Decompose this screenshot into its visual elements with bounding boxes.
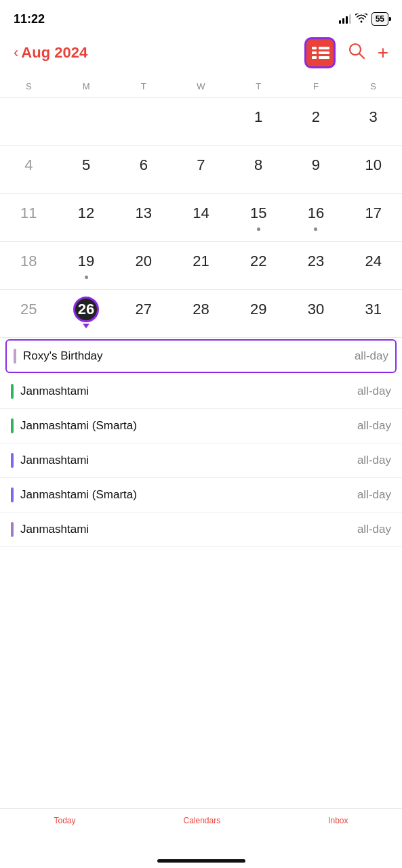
- svg-rect-4: [312, 56, 317, 59]
- cal-day-5[interactable]: 5: [58, 150, 115, 190]
- cal-day-empty[interactable]: [58, 102, 115, 142]
- event-time: all-day: [357, 419, 391, 433]
- cal-day-28[interactable]: 28: [172, 294, 230, 334]
- event-item-janmashtami-1[interactable]: Janmashtami all-day: [0, 374, 402, 409]
- event-item-janmashtami-3[interactable]: Janmashtami all-day: [0, 513, 402, 547]
- event-item-janmashtami-smarta-2[interactable]: Janmashtami (Smarta) all-day: [0, 478, 402, 513]
- cal-day-19[interactable]: 19: [58, 246, 115, 286]
- cal-day-6[interactable]: 6: [115, 150, 172, 190]
- dow-friday: F: [287, 79, 345, 94]
- cal-day-8[interactable]: 8: [230, 150, 287, 190]
- calendar-week-5: 25 26 27 28 29 30 31: [0, 290, 402, 338]
- dow-sunday: S: [0, 79, 58, 94]
- cal-day-21[interactable]: 21: [172, 246, 230, 286]
- status-icons: 55: [339, 12, 388, 26]
- cal-day-empty[interactable]: [0, 102, 58, 142]
- cal-day-29[interactable]: 29: [230, 294, 287, 334]
- cal-day-30[interactable]: 30: [287, 294, 345, 334]
- list-view-icon: [310, 43, 329, 62]
- dow-saturday: S: [344, 79, 402, 94]
- dow-thursday: T: [230, 79, 287, 94]
- cal-day-9[interactable]: 9: [287, 150, 345, 190]
- cal-day-26[interactable]: 26: [58, 294, 115, 334]
- cal-day-3[interactable]: 3: [344, 102, 402, 142]
- cal-day-20[interactable]: 20: [115, 246, 172, 286]
- cal-day-31[interactable]: 31: [344, 294, 402, 334]
- dow-wednesday: W: [172, 79, 230, 94]
- calendar-week-1: 1 2 3: [0, 97, 402, 146]
- event-color-indicator: [11, 453, 14, 468]
- event-time: all-day: [357, 488, 391, 502]
- events-list: Roxy's Birthday all-day Janmashtami all-…: [0, 339, 402, 547]
- home-indicator: [157, 859, 245, 863]
- cal-day-12[interactable]: 12: [58, 198, 115, 238]
- tab-bar: Today Calendars Inbox: [0, 808, 402, 868]
- dow-tuesday: T: [115, 79, 172, 94]
- cal-day-24[interactable]: 24: [344, 246, 402, 286]
- chevron-left-icon: ‹: [14, 44, 18, 62]
- event-time: all-day: [357, 523, 391, 536]
- wifi-icon: [355, 14, 367, 25]
- tab-today[interactable]: Today: [54, 816, 75, 825]
- event-color-indicator: [11, 487, 14, 502]
- event-color-indicator: [11, 418, 14, 433]
- cal-day-empty[interactable]: [172, 102, 230, 142]
- status-time: 11:22: [14, 12, 45, 26]
- event-name: Janmashtami: [20, 523, 357, 536]
- tab-label: Today: [54, 816, 75, 825]
- calendar-header: ‹ Aug 2024 +: [0, 34, 402, 76]
- svg-rect-0: [312, 47, 317, 49]
- status-bar: 11:22 55: [0, 0, 402, 34]
- svg-line-7: [359, 53, 364, 58]
- month-title: Aug 2024: [21, 44, 87, 62]
- svg-rect-1: [319, 47, 329, 49]
- tab-calendars[interactable]: Calendars: [183, 816, 220, 825]
- event-name: Janmashtami: [20, 385, 357, 398]
- cal-day-14[interactable]: 14: [172, 198, 230, 238]
- battery-icon: 55: [371, 12, 388, 26]
- cal-day-23[interactable]: 23: [287, 246, 345, 286]
- signal-icon: [339, 14, 351, 24]
- day-of-week-header: S M T W T F S: [0, 76, 402, 97]
- cal-day-7[interactable]: 7: [172, 150, 230, 190]
- add-button[interactable]: +: [378, 43, 388, 62]
- calendar-week-2: 4 5 6 7 8 9 10: [0, 146, 402, 194]
- event-name: Janmashtami (Smarta): [20, 419, 357, 433]
- event-time: all-day: [357, 454, 391, 467]
- event-color-indicator: [11, 384, 14, 399]
- back-button[interactable]: ‹ Aug 2024: [14, 44, 87, 62]
- tab-label: Inbox: [328, 816, 348, 825]
- tab-inbox[interactable]: Inbox: [328, 816, 348, 825]
- cal-day-27[interactable]: 27: [115, 294, 172, 334]
- cal-day-17[interactable]: 17: [344, 198, 402, 238]
- cal-day-11[interactable]: 11: [0, 198, 58, 238]
- svg-rect-3: [319, 51, 329, 54]
- cal-day-1[interactable]: 1: [230, 102, 287, 142]
- cal-day-16[interactable]: 16: [287, 198, 345, 238]
- cal-day-18[interactable]: 18: [0, 246, 58, 286]
- cal-day-empty[interactable]: [115, 102, 172, 142]
- search-button[interactable]: [348, 42, 365, 64]
- cal-day-2[interactable]: 2: [287, 102, 345, 142]
- event-name: Janmashtami (Smarta): [20, 488, 357, 502]
- calendar-week-4: 18 19 20 21 22 23 24: [0, 242, 402, 290]
- dow-monday: M: [58, 79, 115, 94]
- list-view-button[interactable]: [304, 37, 336, 68]
- event-item-janmashtami-2[interactable]: Janmashtami all-day: [0, 443, 402, 478]
- calendar-week-3: 11 12 13 14 15 16 17: [0, 194, 402, 242]
- event-color-indicator: [11, 522, 14, 537]
- svg-rect-5: [319, 56, 329, 59]
- event-item-roxys-birthday[interactable]: Roxy's Birthday all-day: [5, 339, 397, 373]
- calendar-grid: S M T W T F S 1 2 3 4 5 6 7 8 9 10 11 12…: [0, 76, 402, 338]
- cal-day-25[interactable]: 25: [0, 294, 58, 334]
- cal-day-10[interactable]: 10: [344, 150, 402, 190]
- cal-day-4[interactable]: 4: [0, 150, 58, 190]
- event-time: all-day: [357, 385, 391, 398]
- event-item-janmashtami-smarta-1[interactable]: Janmashtami (Smarta) all-day: [0, 409, 402, 443]
- cal-day-22[interactable]: 22: [230, 246, 287, 286]
- event-name: Janmashtami: [20, 454, 357, 467]
- cal-day-15[interactable]: 15: [230, 198, 287, 238]
- tab-label: Calendars: [183, 816, 220, 825]
- cal-day-13[interactable]: 13: [115, 198, 172, 238]
- svg-rect-2: [312, 51, 317, 54]
